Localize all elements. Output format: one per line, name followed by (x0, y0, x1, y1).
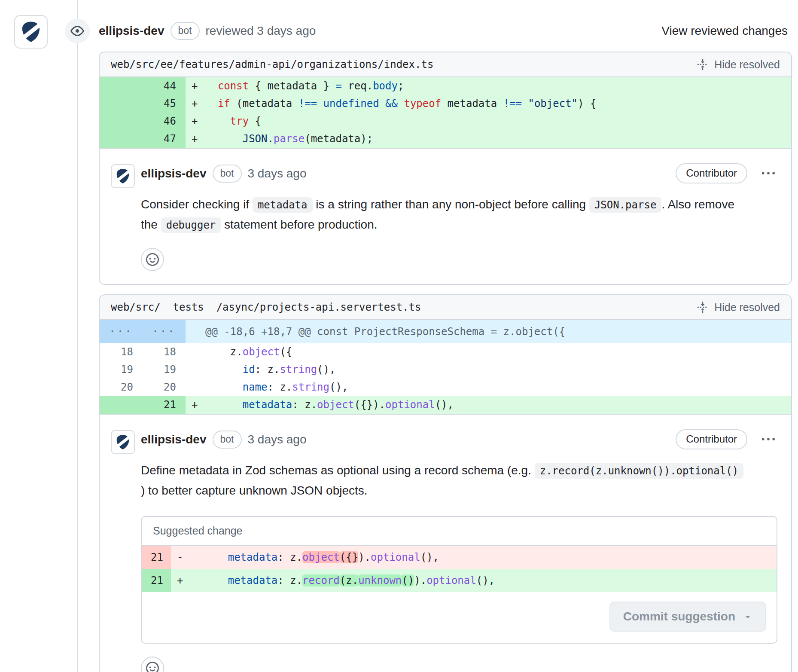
code-token: (metadata (230, 98, 298, 110)
ellipsis-logo-icon (114, 434, 131, 451)
comment-timestamp[interactable]: 3 days ago (248, 433, 307, 446)
review-comment: ellipsis-dev bot 3 days ago Contributor … (100, 148, 791, 284)
line-number: 20 (143, 379, 186, 396)
kebab-horizontal-icon (762, 433, 775, 446)
add-reaction-button[interactable] (141, 657, 164, 672)
code-token: ({}). (354, 399, 385, 411)
code-token: JSON (243, 133, 268, 145)
code-token: const (218, 80, 249, 92)
code-token: @@ -18,6 +18,7 @@ const ProjectResponseS… (205, 326, 565, 338)
code-token: metadata (228, 551, 278, 563)
code-token (205, 80, 218, 92)
fold-icon (696, 301, 709, 314)
diff-row: 1818 z.object({ (100, 343, 791, 361)
code-token: "object" (528, 98, 578, 110)
code-token: object (317, 399, 354, 411)
suggestion-diff-row: 21+ metadata: z.record(z.unknown()).opti… (142, 569, 777, 592)
hide-resolved-button[interactable]: Hide resolved (696, 58, 780, 71)
code-token (205, 381, 243, 393)
commit-suggestion-button[interactable]: Commit suggestion (609, 602, 766, 632)
code-token: unknown (358, 574, 402, 586)
code-token: { metadata } (249, 80, 335, 92)
code-token: ) { (578, 98, 596, 110)
reviewer-name[interactable]: ellipsis-dev (99, 24, 164, 38)
diff-sign: + (186, 77, 205, 95)
comment-timestamp[interactable]: 3 days ago (248, 167, 307, 180)
comment-author[interactable]: ellipsis-dev (141, 433, 207, 446)
code-token: (), (435, 399, 454, 411)
bot-badge: bot (171, 22, 200, 40)
review-thread-card: web/src/ee/features/admin-api/organizati… (99, 52, 792, 285)
suggested-change-title: Suggested change (142, 517, 777, 546)
file-header: web/src/ee/features/admin-api/organizati… (100, 52, 791, 77)
hunk-header-row: ······@@ -18,6 +18,7 @@ const ProjectRes… (100, 320, 791, 343)
view-reviewed-changes-link[interactable]: View reviewed changes (661, 24, 788, 38)
code-token: (), (420, 551, 439, 563)
comment-avatar[interactable] (111, 430, 135, 454)
comment-options-button[interactable] (759, 165, 777, 183)
code-token: record (302, 574, 340, 586)
comment-options-button[interactable] (759, 431, 777, 449)
code-token: !== (503, 98, 522, 110)
diff-row: 46+ try { (100, 113, 791, 130)
diff-sign: - (171, 546, 191, 569)
code-token: { (249, 115, 261, 127)
file-path-link[interactable]: web/src/__tests__/async/projects-api.ser… (111, 301, 421, 313)
code-token: metadata (441, 98, 503, 110)
code-token (398, 98, 404, 110)
diff-sign: + (186, 396, 205, 414)
review-comment: ellipsis-dev bot 3 days ago Contributor … (100, 414, 791, 672)
ellipsis-logo-icon (114, 168, 131, 185)
code-token (205, 399, 243, 411)
line-number: 21 (142, 546, 171, 569)
code-token: optional (426, 574, 476, 586)
code-token: : z. (292, 399, 317, 411)
hide-resolved-button[interactable]: Hide resolved (696, 301, 780, 314)
suggestion-diff-row: 21- metadata: z.object({}).optional(), (142, 546, 777, 569)
code-token: typeof (404, 98, 441, 110)
reviewer-avatar[interactable] (14, 15, 48, 49)
code-token: object (302, 551, 340, 563)
line-number (100, 95, 143, 113)
code-token: optional (385, 399, 435, 411)
diff-sign: + (186, 113, 205, 130)
line-number: 20 (100, 379, 143, 396)
add-reaction-button[interactable] (141, 248, 164, 271)
code-token: ({ (280, 346, 292, 358)
code-line: JSON.parse(metadata); (205, 130, 791, 148)
comment-author[interactable]: ellipsis-dev (141, 167, 207, 180)
line-number (100, 396, 143, 414)
code-token: (), (476, 574, 495, 586)
code-token: : z. (277, 551, 302, 563)
code-line: name: z.string(), (205, 379, 791, 396)
code-token: object (243, 346, 280, 358)
code-token (191, 574, 228, 586)
code-token: try (230, 115, 249, 127)
code-token: string (280, 363, 317, 376)
line-number: 19 (100, 361, 143, 379)
code-line: if (metadata !== undefined && typeof met… (205, 95, 791, 113)
suggested-change-block: Suggested change 21- metadata: z.object(… (141, 516, 777, 644)
inline-code: z.record(z.unknown()).optional() (535, 463, 743, 479)
diff-sign (186, 361, 205, 379)
line-number: 18 (100, 343, 143, 361)
smiley-icon (146, 662, 159, 672)
file-path-link[interactable]: web/src/ee/features/admin-api/organizati… (111, 58, 433, 70)
code-line: @@ -18,6 +18,7 @@ const ProjectResponseS… (205, 320, 791, 343)
code-token: (), (317, 363, 335, 376)
diff-row: 45+ if (metadata !== undefined && typeof… (100, 95, 791, 113)
code-line: metadata: z.record(z.unknown()).optional… (191, 569, 777, 592)
code-token (205, 98, 218, 110)
hide-resolved-label: Hide resolved (714, 301, 780, 314)
code-token: ; (398, 80, 404, 92)
comment-avatar[interactable] (111, 164, 135, 188)
line-number (100, 130, 143, 148)
code-token: (z. (340, 574, 358, 586)
code-token (205, 363, 243, 376)
code-token: undefined (323, 98, 379, 110)
comment-text: Define metadata in Zod schemas as option… (141, 461, 751, 501)
line-number: 45 (143, 95, 186, 113)
code-token: (), (329, 381, 348, 393)
code-token: metadata (228, 574, 278, 586)
code-line: try { (205, 113, 791, 130)
